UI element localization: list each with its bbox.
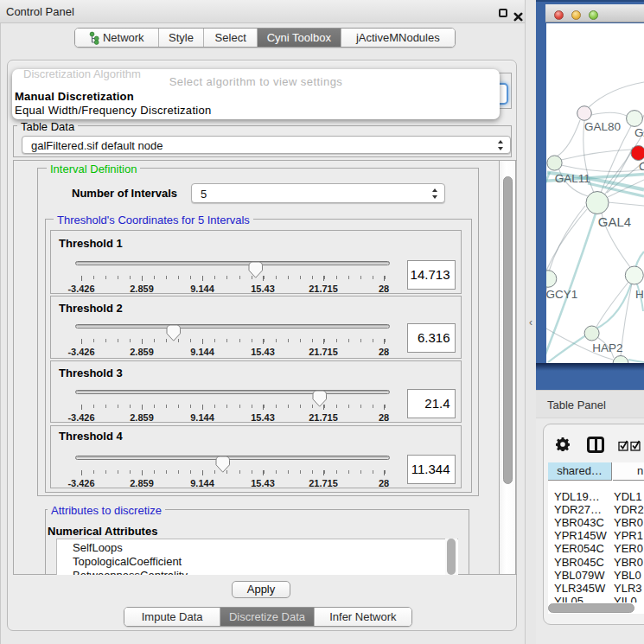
svg-text:GAL4: GAL4 bbox=[598, 214, 631, 229]
svg-text:GA: GA bbox=[634, 126, 644, 139]
svg-text:H: H bbox=[635, 288, 644, 301]
svg-text:GAL80: GAL80 bbox=[584, 120, 621, 133]
svg-text:HAP2: HAP2 bbox=[592, 341, 622, 354]
svg-text:C: C bbox=[639, 160, 644, 173]
svg-text:GCY1: GCY1 bbox=[546, 288, 577, 301]
svg-text:GAL11: GAL11 bbox=[555, 172, 590, 185]
